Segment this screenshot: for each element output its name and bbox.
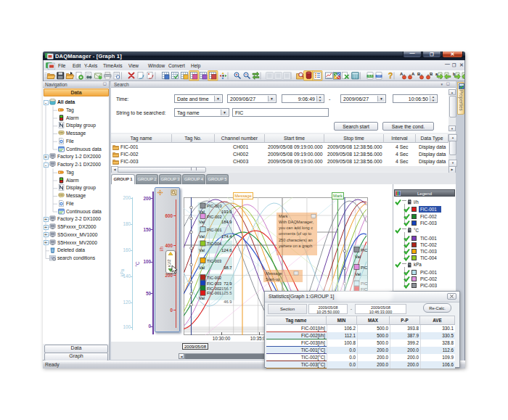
svg-text:XLS: XLS	[368, 75, 372, 78]
svg-text:PIC-003: PIC-003	[207, 204, 222, 208]
svg-text:A: A	[400, 72, 403, 76]
svg-text:you can add long c: you can add long c	[279, 226, 313, 230]
svg-text:Val: Val	[199, 220, 205, 224]
svg-text:?: ?	[388, 71, 393, 80]
svg-text:Val: Val	[199, 248, 205, 252]
svg-text:Message: Message	[266, 271, 282, 276]
svg-text:Start-up: Start-up	[266, 277, 280, 281]
svg-text:FIC-001: FIC-001	[207, 291, 221, 295]
svg-text:omments (of up to: omments (of up to	[279, 231, 311, 236]
svg-text:TIC-003: TIC-003	[207, 259, 221, 263]
svg-text:FIC-003: FIC-003	[207, 281, 221, 286]
svg-text:PIC: PIC	[361, 248, 367, 252]
svg-text:TIC-004: TIC-004	[207, 242, 221, 246]
svg-text:With DAQManager,: With DAQManager,	[279, 220, 314, 224]
svg-text:TIC-002: TIC-002	[207, 276, 221, 280]
svg-text:PIC-001: PIC-001	[207, 228, 222, 232]
svg-text:184.9: 184.9	[221, 220, 232, 224]
svg-text:B: B	[430, 72, 433, 76]
svg-text:Val: Val	[199, 265, 205, 270]
svg-text:193.0: 193.0	[221, 210, 232, 214]
svg-text:125.5: 125.5	[221, 291, 232, 295]
svg-text:A: A	[411, 72, 415, 76]
svg-text:Val: Val	[199, 296, 205, 300]
svg-text:PIC-002: PIC-002	[207, 215, 222, 219]
svg-text:Val: Val	[199, 234, 205, 239]
svg-text:124.6: 124.6	[221, 248, 232, 252]
svg-text:72.9: 72.9	[224, 281, 232, 286]
svg-text:46.9: 46.9	[224, 300, 232, 304]
svg-text:ywhere on a graph: ywhere on a graph	[279, 244, 312, 248]
svg-text:b: b	[453, 72, 456, 76]
svg-text:250 characters) an: 250 characters) an	[279, 238, 313, 242]
svg-text:Val: Val	[355, 255, 361, 259]
svg-text:a: a	[435, 72, 438, 76]
svg-text:FIC-002: FIC-002	[207, 287, 221, 291]
svg-text:156.7: 156.7	[221, 287, 232, 291]
svg-text:PIC: PIC	[361, 265, 367, 270]
svg-text:174.4: 174.4	[221, 234, 232, 239]
svg-text:98.7: 98.7	[224, 265, 232, 270]
svg-text:Val: Val	[355, 272, 361, 276]
svg-text:Val: Val	[199, 210, 205, 214]
svg-text:B: B	[417, 72, 421, 76]
svg-text:Mark: Mark	[279, 214, 288, 218]
svg-text:TXT: TXT	[377, 75, 381, 78]
